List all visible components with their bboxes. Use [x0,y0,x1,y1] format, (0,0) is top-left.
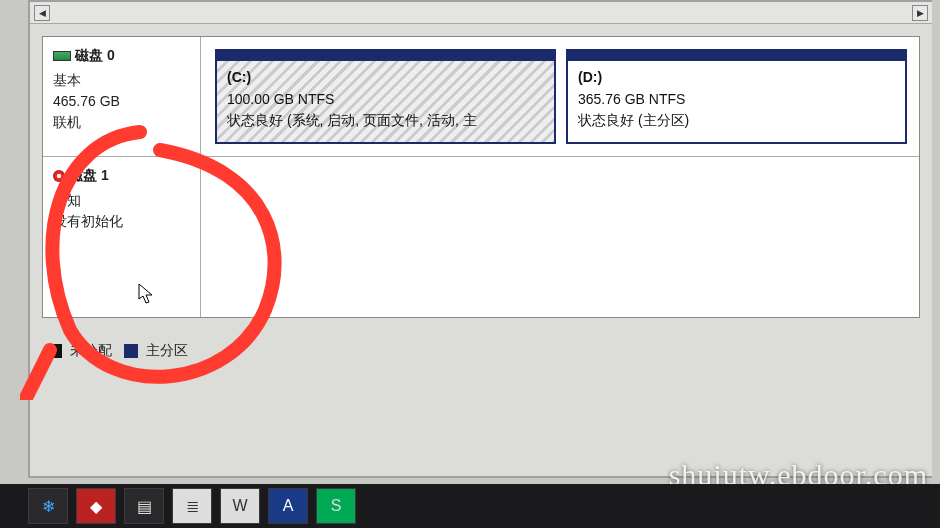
legend-primary: 主分区 [124,342,188,360]
legend: 未分配 主分区 [48,336,932,366]
warning-icon [53,170,65,182]
disk1-title: 磁盘 1 [69,165,109,186]
disk-row-0[interactable]: 磁盘 0 基本 465.76 GB 联机 (C:) 100.00 GB NTFS… [43,37,919,157]
disk-row-1[interactable]: 磁盘 1 未知 没有初始化 [43,157,919,317]
taskbar-app-3[interactable]: ▤ [124,488,164,524]
taskbar-app-5[interactable]: W [220,488,260,524]
disk0-info: 磁盘 0 基本 465.76 GB 联机 [43,37,201,156]
legend-unalloc: 未分配 [48,342,112,360]
mouse-cursor-icon [138,283,154,305]
disk1-partitions [201,157,919,317]
top-scrollbar: ◀ ▶ [30,2,932,24]
disk0-type: 基本 [53,70,190,91]
partition-c-status: 状态良好 (系统, 启动, 页面文件, 活动, 主 [227,110,544,132]
disk1-type: 未知 [53,190,190,211]
disk0-status: 联机 [53,112,190,133]
partition-c-drive: (C:) [227,67,544,89]
disk-management-frame: ◀ ▶ 磁盘 0 基本 465.76 GB 联机 (C:) 100.00 GB [28,0,932,478]
partition-c-size: 100.00 GB NTFS [227,89,544,111]
scroll-left-arrow[interactable]: ◀ [34,5,50,21]
disk0-title: 磁盘 0 [75,45,115,66]
disk0-partitions: (C:) 100.00 GB NTFS 状态良好 (系统, 启动, 页面文件, … [201,37,919,156]
partition-c[interactable]: (C:) 100.00 GB NTFS 状态良好 (系统, 启动, 页面文件, … [215,49,556,144]
disk1-status: 没有初始化 [53,211,190,232]
scroll-right-arrow[interactable]: ▶ [912,5,928,21]
legend-swatch-blue [124,344,138,358]
disk-panel: 磁盘 0 基本 465.76 GB 联机 (C:) 100.00 GB NTFS… [42,36,920,318]
partition-header [217,51,554,61]
taskbar-app-2[interactable]: ◆ [76,488,116,524]
partition-d-size: 365.76 GB NTFS [578,89,895,111]
partition-d-drive: (D:) [578,67,895,89]
taskbar-app-6[interactable]: A [268,488,308,524]
disk0-size: 465.76 GB [53,91,190,112]
legend-swatch-black [48,344,62,358]
taskbar-app-4[interactable]: ≣ [172,488,212,524]
disk-icon [53,51,71,61]
taskbar: ❄ ◆ ▤ ≣ W A S [0,484,940,528]
taskbar-app-1[interactable]: ❄ [28,488,68,524]
partition-d-status: 状态良好 (主分区) [578,110,895,132]
partition-header [568,51,905,61]
disk1-info: 磁盘 1 未知 没有初始化 [43,157,201,317]
taskbar-app-7[interactable]: S [316,488,356,524]
partition-d[interactable]: (D:) 365.76 GB NTFS 状态良好 (主分区) [566,49,907,144]
